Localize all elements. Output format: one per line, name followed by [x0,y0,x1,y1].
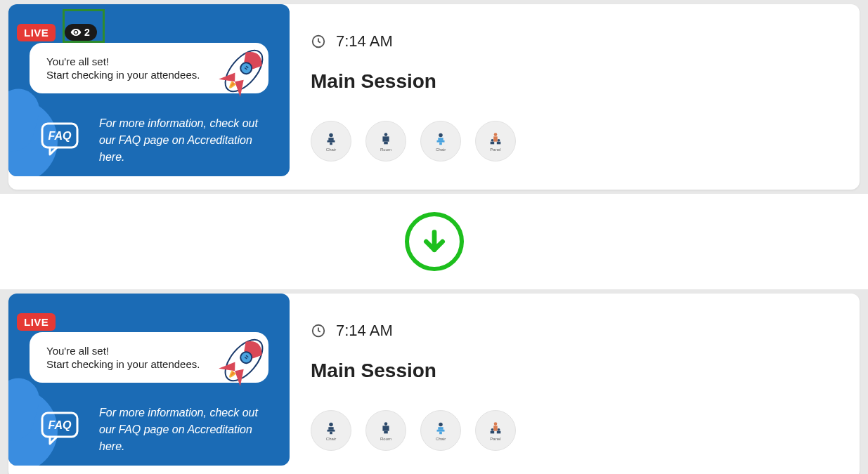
speaker-row: Chair Room Chair Panel [311,121,838,162]
svg-text:FAQ: FAQ [48,419,72,431]
svg-rect-9 [328,140,335,142]
chip-label: Room [380,147,391,152]
chip-label: Chair [326,147,336,152]
session-card[interactable]: LIVE 2 You're all set! Start checking in… [8,4,860,190]
svg-rect-32 [328,427,333,430]
session-details: 7:14 AM Main Session Chair Room Chair [290,294,860,474]
chip-label: Chair [436,147,446,152]
svg-point-11 [384,133,388,136]
session-time: 7:14 AM [336,322,393,340]
session-thumbnail: LIVE 2 You're all set! Start checking in… [8,4,290,176]
speaker-chip-1[interactable]: Chair [311,410,351,451]
session-row-1: LIVE 2 You're all set! Start checking in… [0,0,868,194]
viewer-count: 2 [84,27,90,38]
transition-arrow [0,194,868,289]
faq-text: For more information, check out our FAQ … [99,404,276,455]
svg-point-43 [491,428,494,431]
speaker-chip-1[interactable]: Chair [311,121,351,162]
svg-point-44 [498,428,500,431]
rocket-icon [209,325,279,398]
time-row: 7:14 AM [311,322,838,340]
faq-area: FAQ For more information, check out our … [40,115,276,166]
faq-area: FAQ For more information, check out our … [40,404,276,455]
svg-text:FAQ: FAQ [48,130,72,142]
rocket-icon [209,36,279,109]
chip-label: Chair [436,437,446,441]
svg-rect-39 [438,427,443,430]
svg-rect-8 [328,138,333,140]
clock-icon [311,34,326,49]
speaker-chip-4[interactable]: Panel [475,410,516,451]
chip-label: Room [380,437,391,441]
speaker-chip-4[interactable]: Panel [475,121,516,162]
chip-label: Chair [326,437,336,441]
svg-point-35 [384,422,388,426]
session-row-2: LIVE You're all set! Start checking in y… [0,289,868,474]
svg-rect-13 [384,141,388,144]
faq-text: For more information, check out our FAQ … [99,115,276,166]
svg-rect-12 [382,136,389,141]
session-title: Main Session [311,70,838,93]
svg-rect-40 [437,429,445,431]
svg-point-14 [439,133,443,137]
speaker-chip-3[interactable]: Chair [420,410,461,451]
session-title: Main Session [311,360,838,382]
svg-point-31 [329,422,333,426]
clock-icon [311,323,326,338]
svg-rect-22 [491,141,495,144]
speaker-chip-2[interactable]: Room [365,410,406,451]
svg-rect-15 [438,138,443,140]
arrow-down-icon [405,212,464,271]
session-details: 7:14 AM Main Session Chair Room Chair [290,4,860,190]
svg-rect-17 [439,142,442,145]
svg-rect-37 [384,430,388,433]
svg-rect-46 [491,430,495,433]
svg-point-7 [329,133,333,137]
session-time: 7:14 AM [336,32,393,51]
time-row: 7:14 AM [311,32,838,51]
faq-icon: FAQ [40,411,84,449]
chip-label: Panel [490,147,500,152]
speaker-chip-3[interactable]: Chair [420,121,461,162]
live-badge: LIVE [17,24,56,41]
svg-rect-45 [493,426,498,430]
live-badge: LIVE [17,313,56,331]
speaker-row: Chair Room Chair Panel [311,410,838,451]
svg-point-19 [491,139,494,142]
svg-point-20 [498,139,500,142]
svg-rect-47 [497,430,501,433]
session-thumbnail: LIVE You're all set! Start checking in y… [8,294,290,466]
svg-rect-33 [328,429,335,431]
svg-rect-10 [330,142,332,145]
eye-icon [70,27,82,38]
faq-icon: FAQ [40,121,84,159]
chip-label: Panel [490,437,500,441]
session-card[interactable]: LIVE You're all set! Start checking in y… [8,294,860,474]
svg-rect-41 [439,431,442,434]
svg-rect-16 [437,140,445,142]
svg-rect-36 [382,426,389,430]
speaker-chip-2[interactable]: Room [365,121,406,162]
viewer-count-badge: 2 [65,24,97,41]
svg-rect-23 [497,141,501,144]
svg-rect-34 [330,431,332,434]
svg-point-42 [494,422,498,426]
svg-point-18 [494,133,498,136]
svg-rect-21 [493,136,498,141]
svg-point-38 [439,422,443,426]
